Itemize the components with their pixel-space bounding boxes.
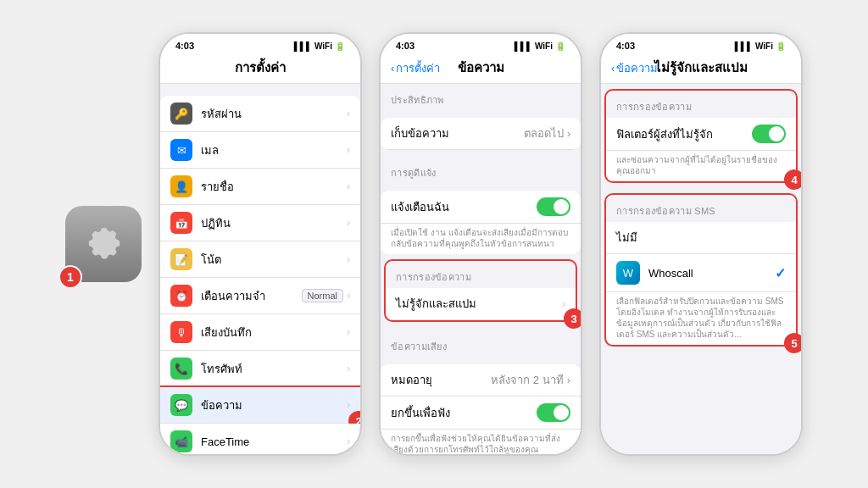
whoscall-label: Whoscall <box>648 267 775 280</box>
phone1-nav: การตั้งค่า <box>160 54 360 84</box>
phone2-back-button[interactable]: ‹ การตั้งค่า <box>391 59 440 77</box>
phone2-status-bar: 4:03 ▌▌▌ WiFi 🔋 <box>381 34 581 54</box>
expire-label: หมดอายุ <box>391 371 432 389</box>
reminders-icon: ⏰ <box>170 285 192 307</box>
password-icon: 🔑 <box>170 103 192 125</box>
sound-header: ข้อความเสียง <box>381 330 581 358</box>
phone3-back-button[interactable]: ‹ ข้อความ <box>611 59 658 77</box>
item-label: เสียงบันทึก <box>201 324 347 341</box>
phone1-frame: 4:03 ▌▌▌ WiFi 🔋 การตั้งค่า 🔑 รหัสผ่าน › … <box>159 32 362 456</box>
messages-icon: 💬 <box>170 394 192 416</box>
notifications-group: แจ้งเตือนฉัน เมื่อเปิดใช้ งาน แจ้งเตือนจ… <box>381 191 581 254</box>
list-item[interactable]: 📅 ปฏิทิน › <box>160 205 360 241</box>
sms-whoscall-option[interactable]: W Whoscall ✓ <box>606 254 796 292</box>
keep-messages-value: ตลอดไป › <box>524 125 570 142</box>
keep-messages-row[interactable]: เก็บข้อความ ตลอดไป › <box>381 118 581 150</box>
filter-unknown-box: การกรองข้อความ ไม่รู้จักและสแปม › <box>386 261 576 320</box>
list-item[interactable]: 📝 โน้ต › <box>160 241 360 278</box>
calendar-icon: 📅 <box>170 212 192 234</box>
raise-label: ยกขึ้นเพื่อฟัง <box>391 404 450 422</box>
raise-description: การยกขึ้นเพื่อฟังช่วยให้คุณได้ยินข้อความ… <box>381 430 581 454</box>
notify-me-row[interactable]: แจ้งเตือนฉัน <box>381 191 581 224</box>
normal-badge: Normal <box>302 289 343 302</box>
mail-icon: ✉ <box>170 139 192 161</box>
sms-filter-header: การกรองข้อความ SMS <box>606 195 796 222</box>
raise-to-listen-row[interactable]: ยกขึ้นเพื่อฟัง <box>381 396 581 430</box>
list-item[interactable]: 📞 โทรศัพท์ › <box>160 351 360 387</box>
keep-messages-group: เก็บข้อความ ตลอดไป › <box>381 118 581 150</box>
phone2-frame: 4:03 ▌▌▌ WiFi 🔋 ‹ การตั้งค่า ข้อความ ประ… <box>379 32 582 456</box>
expire-row[interactable]: หมดอายุ หลังจาก 2 นาที › <box>381 364 581 396</box>
phone2-content: ประสิทธิภาพ เก็บข้อความ ตลอดไป › การดูดี… <box>381 84 581 454</box>
phone1-nav-title: การตั้งค่า <box>235 58 286 78</box>
phone1-settings-group: 🔑 รหัสผ่าน › ✉ เมล › 👤 รายชื่อ › 📅 ปฏิทิ… <box>160 96 360 454</box>
list-item[interactable]: 🎙 เสียงบันทึก › <box>160 314 360 351</box>
item-label: เตือนความจำ <box>201 287 302 305</box>
phone-icon: 📞 <box>170 358 192 380</box>
sms-filter-section-box: การกรองข้อความ SMS ไม่มี W Whoscall ✓ เล… <box>606 195 796 345</box>
facetime-icon: 📹 <box>170 430 192 452</box>
phone3-frame: 4:03 ▌▌▌ WiFi 🔋 ‹ ข้อความ ไม่รู้จักและสแ… <box>599 32 803 456</box>
notify-me-label: แจ้งเตือนฉัน <box>391 198 449 216</box>
phone2-nav: ‹ การตั้งค่า ข้อความ <box>381 54 581 84</box>
item-label: ปฏิทิน <box>201 214 347 232</box>
checkmark-icon: ✓ <box>775 265 786 281</box>
filter-unknown-section-header: การกรองข้อความ <box>606 91 796 118</box>
item-label: FaceTime <box>201 435 347 448</box>
item-label: รายชื่อ <box>201 178 347 196</box>
step5-badge: 5 <box>784 333 801 353</box>
item-label: โน้ต <box>201 251 347 269</box>
list-item[interactable]: ⏰ เตือนความจำ Normal › <box>160 278 360 314</box>
keep-messages-label: เก็บข้อความ <box>391 125 449 142</box>
settings-app-icon[interactable]: 1 <box>65 206 142 282</box>
filter-unknown-sender-row[interactable]: ฟิลเตอร์ผู้ส่งที่ไม่รู้จัก <box>606 118 796 151</box>
step3-badge: 3 <box>564 308 581 329</box>
step4-badge: 4 <box>784 169 801 190</box>
phone2-nav-title: ข้อความ <box>458 58 504 78</box>
phone3-status-bar: 4:03 ▌▌▌ WiFi 🔋 <box>601 34 801 54</box>
filter-unknown-sender-label: ฟิลเตอร์ผู้ส่งที่ไม่รู้จัก <box>616 125 713 143</box>
contacts-icon: 👤 <box>170 175 192 197</box>
section-header: ประสิทธิภาพ <box>381 84 581 111</box>
notes-icon: 📝 <box>170 248 192 270</box>
voice-memos-icon: 🎙 <box>170 321 192 343</box>
list-item[interactable]: 🔑 รหัสผ่าน › <box>160 96 360 132</box>
notifications-header: การดูดีแจ้ง <box>381 157 581 184</box>
messages-settings-item[interactable]: 💬 ข้อความ › 2 <box>160 387 360 424</box>
step1-badge: 1 <box>58 265 82 289</box>
phone3-nav: ‹ ข้อความ ไม่รู้จักและสแปม <box>601 54 801 84</box>
phone3-content: การกรองข้อความ ฟิลเตอร์ผู้ส่งที่ไม่รู้จั… <box>601 84 801 454</box>
filter-unknown-toggle[interactable] <box>752 125 786 143</box>
notify-description: เมื่อเปิดใช้ งาน แจ้งเตือนจะส่งเสียงเมื่… <box>381 224 581 254</box>
phone1-time: 4:03 <box>175 41 194 51</box>
list-item[interactable]: 📹 FaceTime › <box>160 424 360 454</box>
phone2-time: 4:03 <box>396 41 415 51</box>
phone3-nav-title: ไม่รู้จักและสแปม <box>654 58 748 78</box>
phone1-content: 🔑 รหัสผ่าน › ✉ เมล › 👤 รายชื่อ › 📅 ปฏิทิ… <box>160 84 360 454</box>
filter-unknown-label: ไม่รู้จักและสแปม <box>396 295 476 313</box>
expire-value: หลังจาก 2 นาที › <box>491 371 570 389</box>
phone1-status-bar: 4:03 ▌▌▌ WiFi 🔋 <box>160 34 360 54</box>
sms-filter-footer: เลือกฟิลเตอร์สำหรับปิดกวนและข้อความ SMS … <box>606 292 796 345</box>
filter-unknown-section-box: การกรองข้อความ ฟิลเตอร์ผู้ส่งที่ไม่รู้จั… <box>606 91 796 181</box>
item-label: รหัสผ่าน <box>201 105 347 123</box>
list-item[interactable]: 👤 รายชื่อ › <box>160 169 360 205</box>
whoscall-icon: W <box>616 261 640 285</box>
phone2-status-icons: ▌▌▌ WiFi 🔋 <box>515 42 565 51</box>
list-item[interactable]: ✉ เมล › <box>160 132 360 169</box>
filter-header: การกรองข้อความ <box>386 261 576 288</box>
filter-unknown-footer: และซ่อนความจากผู้ที่ไม่ได้อยู่ในรายชื่อข… <box>606 151 796 181</box>
item-label: ข้อความ <box>201 396 347 414</box>
phone1-status-icons: ▌▌▌ WiFi 🔋 <box>294 42 345 51</box>
sound-group: หมดอายุ หลังจาก 2 นาที › ยกขึ้นเพื่อฟัง … <box>381 364 581 454</box>
item-label: เมล <box>201 141 347 159</box>
notify-toggle[interactable] <box>537 197 570 216</box>
sms-none-option[interactable]: ไม่มี <box>606 222 796 254</box>
filter-unknown-row[interactable]: ไม่รู้จักและสแปม › <box>386 288 576 320</box>
sms-none-label: ไม่มี <box>616 229 786 247</box>
raise-toggle[interactable] <box>537 403 570 422</box>
phone3-status-icons: ▌▌▌ WiFi 🔋 <box>735 42 786 51</box>
item-label: โทรศัพท์ <box>201 360 347 378</box>
phone3-time: 4:03 <box>616 41 635 51</box>
